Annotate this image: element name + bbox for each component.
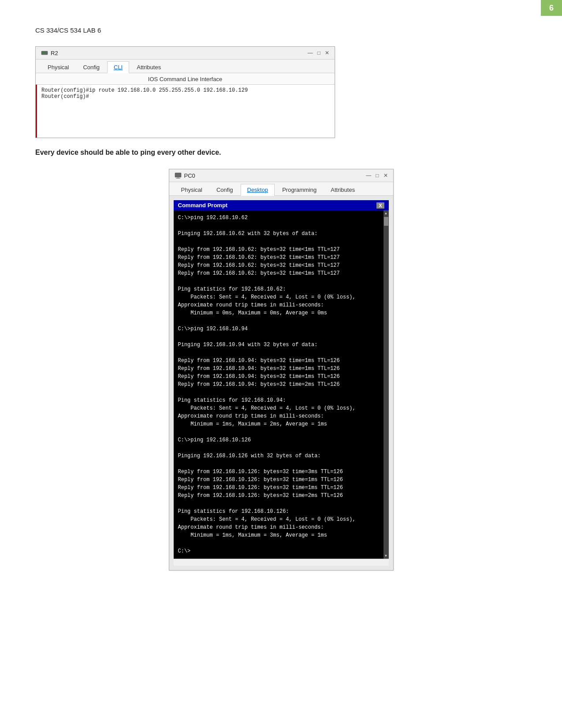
cmd-scrollbar[interactable]: ▲ ▼ (383, 210, 389, 559)
course-title: CS 334/CS 534 LAB 6 (35, 26, 527, 34)
svg-rect-4 (175, 173, 181, 177)
pc-window-titlebar: PC0 — □ ✕ (169, 169, 393, 182)
cmd-close-btn[interactable]: X (376, 202, 384, 209)
page-number: 6 (541, 0, 562, 16)
window1-tab-bar: Physical Config CLI Attributes (36, 60, 335, 73)
pc-window: PC0 — □ ✕ Physical Config Desktop Progra… (169, 169, 394, 571)
window-title: R2 (41, 49, 58, 56)
cli-content: Router(config)#ip route 192.168.10.0 255… (41, 87, 330, 100)
pc-minimize-btn[interactable]: — (366, 172, 371, 179)
pc-tab-physical[interactable]: Physical (175, 184, 209, 195)
scroll-down-btn[interactable]: ▼ (384, 553, 388, 559)
pc-tab-desktop[interactable]: Desktop (241, 184, 275, 196)
svg-rect-2 (44, 52, 45, 53)
scroll-up-btn[interactable]: ▲ (384, 210, 388, 216)
pc-close-btn[interactable]: ✕ (383, 172, 388, 179)
cmd-bottom-bar (174, 559, 389, 566)
cmd-content: C:\>ping 192.168.10.62 Pinging 192.168.1… (178, 214, 379, 555)
tab-config[interactable]: Config (76, 61, 106, 73)
svg-rect-6 (176, 178, 180, 179)
svg-rect-3 (45, 52, 46, 53)
window1-title-text: R2 (51, 50, 58, 56)
pc-maximize-btn[interactable]: □ (376, 172, 379, 179)
window-titlebar: R2 — □ ✕ (36, 47, 335, 60)
pc-window-title: PC0 (175, 172, 195, 179)
router-icon (41, 49, 48, 56)
instruction-text: Every device should be able to ping ever… (35, 149, 527, 157)
pc-tab-programming[interactable]: Programming (275, 184, 323, 195)
close-btn[interactable]: ✕ (325, 50, 329, 56)
cmd-prompt-title: Command Prompt (178, 202, 228, 209)
cli-body[interactable]: Router(config)#ip route 192.168.10.0 255… (36, 85, 335, 138)
minimize-btn[interactable]: — (308, 50, 313, 56)
cli-header: IOS Command Line Interface (36, 73, 335, 85)
cmd-scroll-area: C:\>ping 192.168.10.62 Pinging 192.168.1… (174, 210, 389, 559)
tab-cli[interactable]: CLI (107, 61, 129, 73)
window-controls: — □ ✕ (308, 50, 329, 56)
maximize-btn[interactable]: □ (317, 50, 320, 56)
cmd-prompt-header: Command Prompt X (174, 200, 389, 210)
pc-tab-attributes[interactable]: Attributes (324, 184, 361, 195)
tab-attributes[interactable]: Attributes (130, 61, 167, 73)
pc-tab-bar: Physical Config Desktop Programming Attr… (169, 182, 393, 196)
tab-physical[interactable]: Physical (41, 61, 75, 73)
svg-rect-1 (42, 52, 43, 53)
pc-window-controls: — □ ✕ (366, 172, 387, 179)
pc-tab-config[interactable]: Config (210, 184, 240, 195)
pc-icon (175, 172, 182, 179)
router-window: R2 — □ ✕ Physical Config CLI Attributes … (35, 46, 335, 138)
pc-window-title-text: PC0 (184, 172, 195, 179)
cmd-body[interactable]: C:\>ping 192.168.10.62 Pinging 192.168.1… (174, 210, 383, 559)
scroll-thumb[interactable] (384, 217, 388, 226)
